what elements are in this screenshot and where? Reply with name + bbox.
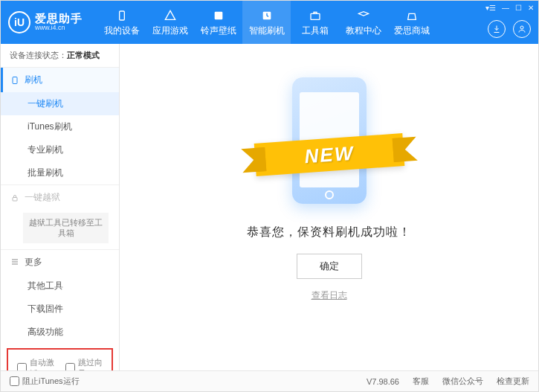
download-button[interactable] [488, 20, 506, 38]
success-message: 恭喜您，保资料刷机成功啦！ [247, 225, 411, 240]
jailbreak-notice: 越狱工具已转移至工具箱 [23, 213, 109, 243]
svg-rect-3 [311, 13, 320, 19]
sidebar-section-flash[interactable]: 刷机 [1, 68, 119, 92]
activation-options: 自动激活 跳过向导 [7, 348, 113, 370]
footer-check-update[interactable]: 检查更新 [497, 376, 529, 387]
nav-tutorials[interactable]: 教程中心 [339, 1, 387, 44]
nav-toolbox[interactable]: 工具箱 [291, 1, 339, 44]
flash-icon [259, 8, 274, 23]
toolbox-icon [308, 8, 323, 23]
sidebar-item-oneclick-flash[interactable]: 一键刷机 [1, 92, 119, 115]
success-illustration: NEW [255, 70, 404, 211]
nav-smart-flash[interactable]: 智能刷机 [242, 1, 291, 44]
svg-rect-6 [13, 77, 17, 83]
window-menu-icon[interactable]: ▾☰ [485, 4, 496, 12]
logo-icon: iU [8, 11, 30, 33]
connection-status: 设备连接状态：正常模式 [1, 44, 119, 68]
sidebar: 设备连接状态：正常模式 刷机 一键刷机 iTunes刷机 专业刷机 批量刷机 一… [1, 44, 120, 370]
main-content: NEW 恭喜您，保资料刷机成功啦！ 确定 查看日志 [120, 44, 538, 370]
more-icon [10, 257, 20, 267]
nav-store[interactable]: 爱思商城 [387, 1, 436, 44]
checkbox-auto-activate[interactable]: 自动激活 [17, 357, 55, 370]
window-close-icon[interactable]: ✕ [528, 4, 534, 12]
svg-rect-7 [13, 197, 17, 201]
ringtone-icon [211, 8, 226, 23]
footer-support[interactable]: 客服 [413, 376, 429, 387]
app-url: www.i4.cn [35, 25, 83, 32]
checkbox-block-itunes[interactable]: 阻止iTunes运行 [10, 376, 80, 387]
sidebar-section-jailbreak: 一键越狱 [1, 185, 119, 210]
version-label: V7.98.66 [367, 377, 399, 386]
window-minimize-icon[interactable]: — [502, 4, 509, 12]
store-icon [404, 8, 419, 23]
new-ribbon: NEW [254, 133, 404, 176]
sidebar-item-itunes-flash[interactable]: iTunes刷机 [1, 115, 119, 138]
sidebar-section-more[interactable]: 更多 [1, 250, 119, 274]
tutorial-icon [356, 8, 371, 23]
phone-icon [114, 8, 129, 23]
logo: iU 爱思助手 www.i4.cn [8, 11, 97, 33]
sidebar-item-pro-flash[interactable]: 专业刷机 [1, 138, 119, 161]
lock-icon [10, 193, 20, 203]
user-button[interactable] [513, 20, 531, 38]
window-controls: ▾☰ — ☐ ✕ [485, 4, 534, 12]
nav-ringtones[interactable]: 铃声壁纸 [194, 1, 242, 44]
footer: 阻止iTunes运行 V7.98.66 客服 微信公众号 检查更新 [1, 370, 538, 391]
nav-my-device[interactable]: 我的设备 [97, 1, 146, 44]
ok-button[interactable]: 确定 [297, 254, 362, 279]
footer-wechat[interactable]: 微信公众号 [442, 376, 483, 387]
sidebar-item-advanced[interactable]: 高级功能 [1, 321, 119, 344]
sidebar-item-other-tools[interactable]: 其他工具 [1, 274, 119, 298]
app-header: ▾☰ — ☐ ✕ iU 爱思助手 www.i4.cn 我的设备 应用游戏 铃声壁 [1, 1, 538, 44]
nav-apps-games[interactable]: 应用游戏 [146, 1, 194, 44]
flash-section-icon [10, 75, 20, 86]
svg-rect-0 [119, 11, 124, 20]
sidebar-item-batch-flash[interactable]: 批量刷机 [1, 161, 119, 184]
svg-point-5 [520, 26, 523, 29]
apps-icon [163, 8, 178, 23]
window-maximize-icon[interactable]: ☐ [515, 4, 522, 12]
nav-bar: 我的设备 应用游戏 铃声壁纸 智能刷机 工具箱 教程中心 [97, 1, 436, 44]
svg-rect-1 [214, 11, 222, 19]
checkbox-skip-setup[interactable]: 跳过向导 [65, 357, 103, 370]
app-title: 爱思助手 [35, 13, 83, 25]
sidebar-item-download-firmware[interactable]: 下载固件 [1, 298, 119, 321]
view-log-link[interactable]: 查看日志 [312, 289, 347, 302]
svg-rect-4 [314, 12, 317, 13]
